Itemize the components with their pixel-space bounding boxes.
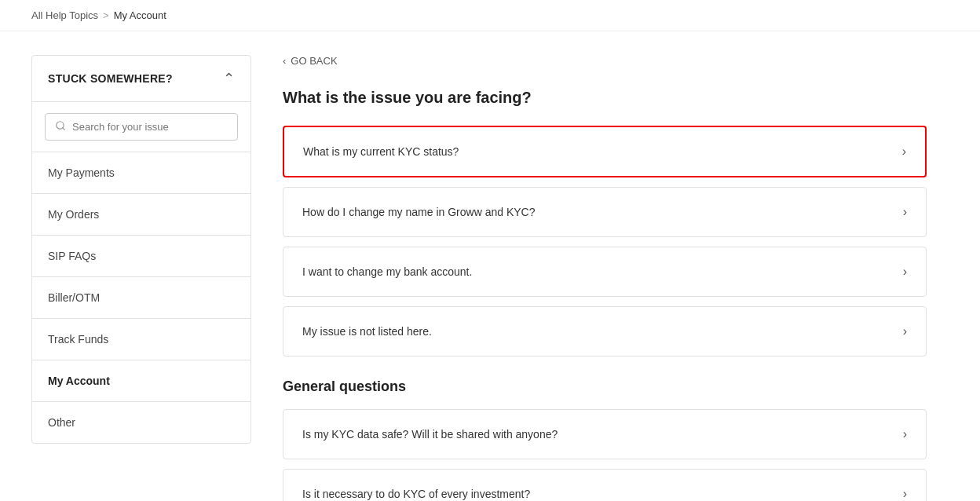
general-question-chevron-1: › [903,487,907,501]
sidebar: STUCK SOMEWHERE? ⌃ My PaymentsMy OrdersS… [31,55,251,444]
sidebar-collapse-icon[interactable]: ⌃ [223,70,235,87]
main-content: ‹ GO BACK What is the issue you are faci… [283,55,927,501]
issue-list: What is my current KYC status?›How do I … [283,126,927,357]
issue-item-0[interactable]: What is my current KYC status?› [283,126,927,177]
issue-text-3: My issue is not listed here. [302,325,432,338]
general-questions-heading: General questions [283,378,927,395]
search-input-container [45,113,238,141]
page-heading: What is the issue you are facing? [283,89,927,107]
search-icon [55,120,66,133]
sidebar-title: STUCK SOMEWHERE? [48,72,173,85]
sidebar-item-my-orders[interactable]: My Orders [32,194,250,236]
issue-text-0: What is my current KYC status? [303,145,459,158]
general-question-item-1[interactable]: Is it necessary to do KYC of every inves… [283,469,927,501]
issue-chevron-2: › [903,265,907,279]
chevron-left-icon: ‹ [283,55,286,67]
breadcrumb-separator: > [103,9,109,21]
go-back-button[interactable]: ‹ GO BACK [283,55,338,67]
search-input[interactable] [72,121,228,133]
sidebar-item-other[interactable]: Other [32,402,250,443]
general-question-text-1: Is it necessary to do KYC of every inves… [302,488,530,500]
sidebar-search-wrapper [32,102,250,152]
breadcrumb: All Help Topics > My Account [0,0,980,31]
general-question-text-0: Is my KYC data safe? Will it be shared w… [302,428,558,441]
sidebar-header: STUCK SOMEWHERE? ⌃ [32,56,250,102]
general-question-item-0[interactable]: Is my KYC data safe? Will it be shared w… [283,409,927,459]
issue-chevron-1: › [903,205,907,219]
go-back-label: GO BACK [291,55,337,67]
issue-item-3[interactable]: My issue is not listed here.› [283,306,927,357]
sidebar-item-sip-faqs[interactable]: SIP FAQs [32,236,250,277]
sidebar-item-biller/otm[interactable]: Biller/OTM [32,277,250,319]
issue-chevron-3: › [903,324,907,338]
sidebar-nav: My PaymentsMy OrdersSIP FAQsBiller/OTMTr… [32,152,250,443]
issue-chevron-0: › [902,144,906,159]
svg-line-1 [63,128,65,130]
issue-item-2[interactable]: I want to change my bank account.› [283,247,927,297]
breadcrumb-current: My Account [114,9,166,21]
general-questions-list: Is my KYC data safe? Will it be shared w… [283,409,927,501]
main-layout: STUCK SOMEWHERE? ⌃ My PaymentsMy OrdersS… [0,31,980,501]
sidebar-item-my-payments[interactable]: My Payments [32,152,250,194]
sidebar-item-track-funds[interactable]: Track Funds [32,319,250,360]
sidebar-item-my-account[interactable]: My Account [32,360,250,402]
general-question-chevron-0: › [903,427,907,441]
issue-text-2: I want to change my bank account. [302,265,472,278]
breadcrumb-all-topics[interactable]: All Help Topics [31,9,98,21]
issue-item-1[interactable]: How do I change my name in Groww and KYC… [283,187,927,237]
issue-text-1: How do I change my name in Groww and KYC… [302,206,535,218]
